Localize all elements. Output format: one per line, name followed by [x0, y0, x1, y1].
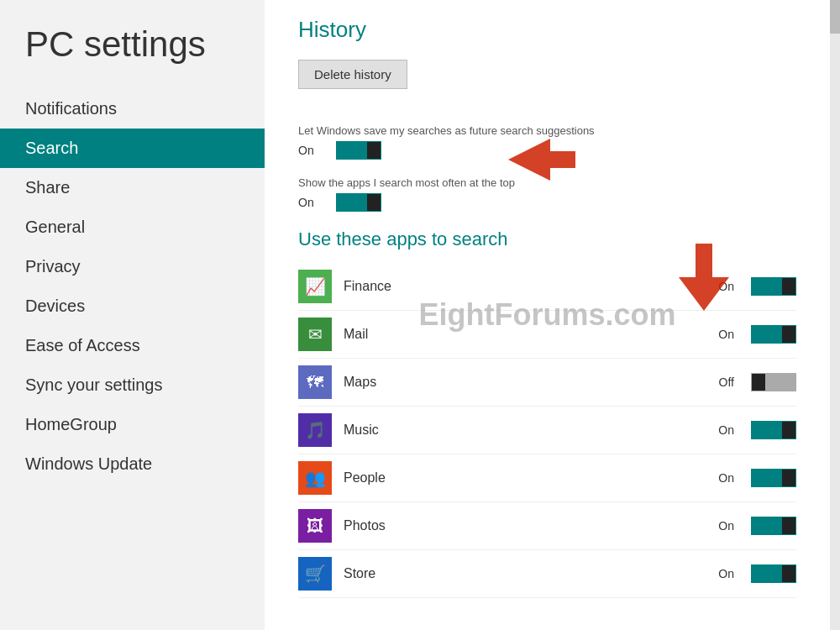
- sidebar-item-general[interactable]: General: [0, 207, 265, 247]
- app-row-photos: 🖼PhotosOn: [298, 502, 796, 550]
- scrollbar-track[interactable]: [830, 0, 840, 630]
- photos-toggle-label: On: [701, 519, 734, 533]
- sidebar-item-windows-update[interactable]: Windows Update: [0, 444, 265, 484]
- people-toggle[interactable]: [751, 469, 796, 487]
- maps-toggle-thumb: [752, 374, 765, 391]
- svg-marker-0: [508, 139, 575, 181]
- app-row-maps: 🗺MapsOff: [298, 359, 796, 407]
- scrollbar-thumb[interactable]: [830, 0, 840, 34]
- svg-marker-1: [679, 244, 729, 311]
- music-toggle-thumb: [782, 422, 795, 438]
- finance-toggle-thumb: [782, 278, 795, 295]
- sidebar-item-homegroup[interactable]: HomeGroup: [0, 405, 265, 444]
- people-toggle-track: [751, 469, 796, 487]
- store-toggle[interactable]: [751, 564, 796, 583]
- mail-name: Mail: [344, 327, 701, 342]
- finance-name: Finance: [344, 279, 701, 294]
- maps-toggle-label: Off: [701, 375, 734, 389]
- show-top-apps-track: [336, 193, 381, 212]
- mail-toggle-thumb: [782, 326, 795, 343]
- app-row-music: 🎵MusicOn: [298, 407, 796, 454]
- music-toggle-track: [751, 421, 796, 439]
- sidebar-item-share[interactable]: Share: [0, 168, 265, 207]
- sidebar-nav: NotificationsSearchShareGeneralPrivacyDe…: [0, 89, 265, 484]
- show-top-apps-toggle[interactable]: [336, 193, 381, 212]
- sidebar-item-devices[interactable]: Devices: [0, 286, 265, 326]
- finance-toggle-track: [751, 277, 796, 296]
- mail-toggle-label: On: [701, 328, 734, 341]
- save-searches-state: On: [298, 144, 319, 157]
- save-searches-track: [336, 141, 381, 160]
- store-name: Store: [344, 566, 701, 581]
- photos-icon: 🖼: [298, 509, 332, 543]
- people-toggle-thumb: [782, 470, 795, 486]
- photos-name: Photos: [344, 518, 701, 533]
- maps-icon: 🗺: [298, 365, 332, 399]
- sidebar-item-sync-your-settings[interactable]: Sync your settings: [0, 365, 265, 405]
- people-name: People: [344, 470, 701, 486]
- history-title: History: [298, 17, 796, 43]
- save-searches-desc: Let Windows save my searches as future s…: [298, 124, 796, 137]
- app-row-people: 👥PeopleOn: [298, 454, 796, 502]
- mail-toggle[interactable]: [751, 325, 796, 344]
- maps-toggle[interactable]: [751, 373, 796, 391]
- app-row-mail: ✉MailOn: [298, 311, 796, 359]
- maps-toggle-track: [751, 373, 796, 391]
- finance-icon: 📈: [298, 270, 332, 303]
- sidebar: PC settings NotificationsSearchShareGene…: [0, 0, 265, 630]
- music-name: Music: [344, 423, 701, 438]
- music-icon: 🎵: [298, 413, 332, 447]
- show-top-apps-toggle-row: On: [298, 193, 796, 212]
- history-section: History Delete history: [298, 17, 796, 108]
- sidebar-item-notifications[interactable]: Notifications: [0, 89, 265, 129]
- people-icon: 👥: [298, 461, 332, 495]
- music-toggle[interactable]: [751, 421, 796, 439]
- sidebar-item-ease-of-access[interactable]: Ease of Access: [0, 326, 265, 365]
- sidebar-item-search[interactable]: Search: [0, 129, 265, 168]
- arrow-down-indicator: [679, 244, 729, 314]
- show-top-apps-thumb: [367, 194, 381, 211]
- app-row-store: 🛒StoreOn: [298, 550, 796, 598]
- store-toggle-track: [751, 564, 796, 583]
- photos-toggle-thumb: [782, 517, 795, 534]
- app-title: PC settings: [0, 25, 265, 89]
- store-icon: 🛒: [298, 557, 332, 591]
- mail-icon: ✉: [298, 318, 332, 351]
- store-toggle-label: On: [701, 567, 734, 580]
- save-searches-thumb: [367, 142, 381, 159]
- maps-name: Maps: [344, 375, 701, 390]
- show-top-apps-state: On: [298, 196, 319, 209]
- people-toggle-label: On: [701, 471, 734, 485]
- music-toggle-label: On: [701, 423, 734, 437]
- save-searches-toggle[interactable]: [336, 141, 381, 160]
- mail-toggle-track: [751, 325, 796, 344]
- sidebar-item-privacy[interactable]: Privacy: [0, 247, 265, 286]
- photos-toggle-track: [751, 517, 796, 535]
- finance-toggle[interactable]: [751, 277, 796, 296]
- store-toggle-thumb: [782, 565, 795, 582]
- show-top-apps-setting: Show the apps I search most often at the…: [298, 176, 796, 212]
- photos-toggle[interactable]: [751, 517, 796, 535]
- delete-history-button[interactable]: Delete history: [298, 60, 407, 89]
- main-content: EightForums.com History Delete history L…: [265, 0, 830, 630]
